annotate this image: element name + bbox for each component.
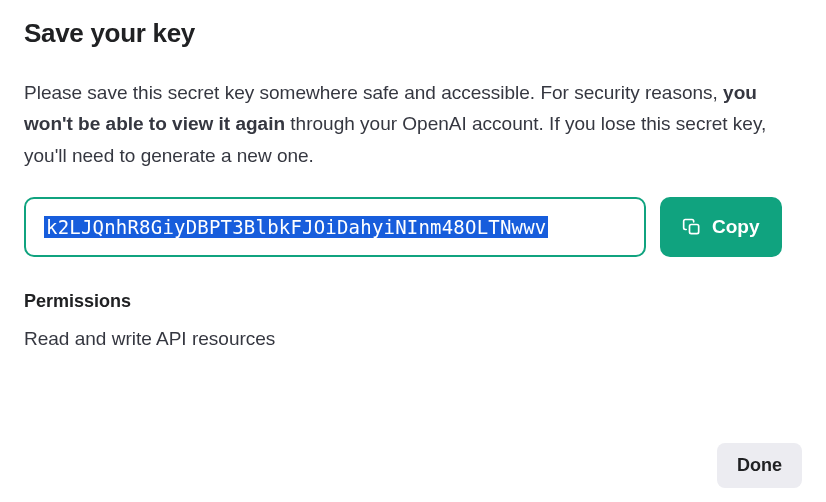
copy-button[interactable]: Copy (660, 197, 782, 257)
secret-key-field[interactable]: k2LJQnhR8GiyDBPT3BlbkFJOiDahyiNInm48OLTN… (24, 197, 646, 257)
copy-icon (682, 217, 702, 237)
done-button[interactable]: Done (717, 443, 802, 488)
dialog-footer: Done (717, 443, 802, 488)
dialog-title: Save your key (24, 18, 802, 49)
copy-button-label: Copy (712, 216, 760, 238)
permissions-heading: Permissions (24, 291, 802, 312)
svg-rect-0 (690, 225, 699, 234)
dialog-description: Please save this secret key somewhere sa… (24, 77, 794, 171)
description-text-1: Please save this secret key somewhere sa… (24, 82, 723, 103)
secret-key-value: k2LJQnhR8GiyDBPT3BlbkFJOiDahyiNInm48OLTN… (44, 216, 548, 238)
permissions-value: Read and write API resources (24, 328, 802, 350)
key-row: k2LJQnhR8GiyDBPT3BlbkFJOiDahyiNInm48OLTN… (24, 197, 802, 257)
